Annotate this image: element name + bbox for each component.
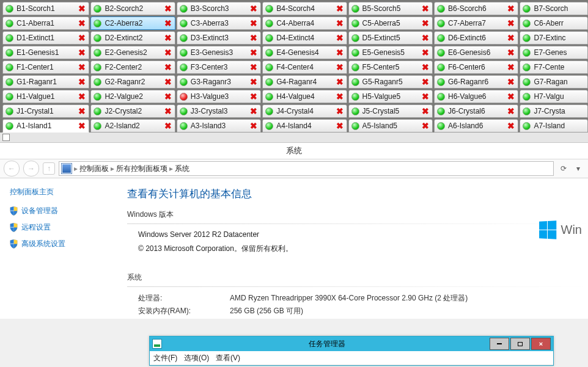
session-tab[interactable]: D1-Extinct1✖ bbox=[2, 31, 89, 45]
close-tab-icon[interactable]: ✖ bbox=[421, 34, 430, 42]
session-tab[interactable]: D3-Extinct3✖ bbox=[177, 31, 261, 45]
close-tab-icon[interactable]: ✖ bbox=[507, 4, 515, 13]
session-tab[interactable]: A1-Island1✖ bbox=[2, 119, 89, 133]
close-tab-icon[interactable]: ✖ bbox=[164, 122, 172, 130]
menu-file[interactable]: 文件(F) bbox=[153, 353, 177, 363]
close-tab-icon[interactable]: ✖ bbox=[336, 19, 344, 27]
close-tab-icon[interactable]: ✖ bbox=[336, 107, 344, 115]
session-tab[interactable]: C3-Aberra3✖ bbox=[177, 16, 261, 30]
sidebar-link[interactable]: 远程设置 bbox=[10, 222, 112, 233]
session-tab[interactable]: A7-Island bbox=[520, 119, 588, 133]
session-tab[interactable]: F1-Center1✖ bbox=[2, 60, 89, 74]
task-manager-titlebar[interactable]: 任务管理器 × bbox=[150, 336, 553, 351]
close-tab-icon[interactable]: ✖ bbox=[421, 48, 430, 57]
close-tab-icon[interactable]: ✖ bbox=[421, 107, 430, 115]
close-tab-icon[interactable]: ✖ bbox=[78, 48, 86, 57]
task-manager-window[interactable]: 任务管理器 × 文件(F) 选项(O) 查看(V) bbox=[149, 336, 554, 366]
session-tab[interactable]: D2-Extinct2✖ bbox=[90, 31, 175, 45]
close-tab-icon[interactable]: ✖ bbox=[336, 48, 344, 57]
close-tab-icon[interactable]: ✖ bbox=[421, 4, 430, 13]
close-tab-icon[interactable]: ✖ bbox=[421, 63, 430, 71]
session-tab[interactable]: H5-Valgue5✖ bbox=[348, 90, 433, 103]
session-tab[interactable]: D5-Extinct5✖ bbox=[348, 31, 433, 45]
nav-back-button[interactable]: ← bbox=[4, 161, 20, 176]
close-tab-icon[interactable]: ✖ bbox=[507, 107, 515, 115]
breadcrumb-1[interactable]: 所有控制面板项 bbox=[116, 164, 167, 174]
session-tab[interactable]: B4-Scorch4✖ bbox=[262, 2, 347, 15]
session-tab[interactable]: F6-Center6✖ bbox=[434, 60, 518, 74]
maximize-button[interactable] bbox=[510, 338, 530, 350]
nav-up-button[interactable]: ↑ bbox=[43, 162, 55, 175]
breadcrumb-0[interactable]: 控制面板 bbox=[79, 164, 109, 174]
sidebar-link[interactable]: 设备管理器 bbox=[10, 206, 112, 216]
session-tab[interactable]: C1-Aberra1✖ bbox=[2, 16, 89, 30]
close-tab-icon[interactable]: ✖ bbox=[507, 92, 515, 101]
session-tab[interactable]: H3-Valgue3✖ bbox=[177, 90, 261, 103]
refresh-icon[interactable]: ⟳ bbox=[557, 162, 570, 175]
session-tab[interactable]: J6-Crystal6✖ bbox=[434, 104, 518, 118]
session-tab[interactable]: A4-Island4✖ bbox=[262, 119, 347, 133]
close-tab-icon[interactable]: ✖ bbox=[507, 78, 515, 86]
session-tab[interactable]: C6-Aberr bbox=[520, 16, 588, 30]
session-tab[interactable]: A2-Island2✖ bbox=[90, 119, 175, 133]
close-tab-icon[interactable]: ✖ bbox=[164, 34, 172, 42]
close-tab-icon[interactable]: ✖ bbox=[164, 19, 172, 27]
close-tab-icon[interactable]: ✖ bbox=[78, 122, 86, 130]
session-tab[interactable]: B1-Scorch1✖ bbox=[2, 2, 89, 15]
session-tab[interactable]: F4-Center4✖ bbox=[262, 60, 347, 74]
close-tab-icon[interactable]: ✖ bbox=[336, 63, 344, 71]
close-tab-icon[interactable]: ✖ bbox=[507, 122, 515, 130]
close-tab-icon[interactable]: ✖ bbox=[421, 78, 430, 86]
session-tab[interactable]: E5-Genesis5✖ bbox=[348, 46, 433, 59]
close-tab-icon[interactable]: ✖ bbox=[421, 122, 430, 130]
close-tab-icon[interactable]: ✖ bbox=[249, 48, 258, 57]
close-tab-icon[interactable]: ✖ bbox=[164, 92, 172, 101]
close-tab-icon[interactable]: ✖ bbox=[78, 78, 86, 86]
menu-options[interactable]: 选项(O) bbox=[184, 353, 209, 363]
session-tab[interactable]: E3-Genesis3✖ bbox=[177, 46, 261, 59]
close-tab-icon[interactable]: ✖ bbox=[249, 34, 258, 42]
session-tab[interactable]: C5-Aberra5✖ bbox=[348, 16, 433, 30]
session-tab[interactable]: A6-Island6✖ bbox=[434, 119, 518, 133]
close-tab-icon[interactable]: ✖ bbox=[249, 4, 258, 13]
session-tab[interactable]: C4-Aberra4✖ bbox=[262, 16, 347, 30]
session-tab[interactable]: E2-Genesis2✖ bbox=[90, 46, 175, 59]
menu-view[interactable]: 查看(V) bbox=[216, 353, 240, 363]
session-tab[interactable]: J4-Crystal4✖ bbox=[262, 104, 347, 118]
session-tab[interactable]: D4-Extinct4✖ bbox=[262, 31, 347, 45]
session-tab[interactable]: B7-Scorch bbox=[520, 2, 588, 15]
session-tab[interactable]: H6-Valgue6✖ bbox=[434, 90, 518, 103]
close-tab-icon[interactable]: ✖ bbox=[249, 19, 258, 27]
session-tab[interactable]: H2-Valgue2✖ bbox=[90, 90, 175, 103]
close-tab-icon[interactable]: ✖ bbox=[78, 107, 86, 115]
close-tab-icon[interactable]: ✖ bbox=[336, 78, 344, 86]
session-tab[interactable]: D6-Extinct6✖ bbox=[434, 31, 518, 45]
sidebar-heading[interactable]: 控制面板主页 bbox=[10, 187, 112, 197]
session-tab[interactable]: J3-Crystal3✖ bbox=[177, 104, 261, 118]
close-tab-icon[interactable]: ✖ bbox=[249, 107, 258, 115]
session-tab[interactable]: J5-Crystal5✖ bbox=[348, 104, 433, 118]
session-tab[interactable]: B6-Scorch6✖ bbox=[434, 2, 518, 15]
session-tab[interactable]: C2-Aberra2✖ bbox=[90, 16, 175, 30]
close-tab-icon[interactable]: ✖ bbox=[78, 19, 86, 27]
session-tab[interactable]: J1-Crystal1✖ bbox=[2, 104, 89, 118]
nav-forward-button[interactable]: → bbox=[23, 161, 39, 176]
session-tab[interactable]: D7-Extinc bbox=[520, 31, 588, 45]
close-tab-icon[interactable]: ✖ bbox=[249, 92, 258, 101]
close-button[interactable]: × bbox=[531, 338, 551, 350]
close-tab-icon[interactable]: ✖ bbox=[164, 4, 172, 13]
session-tab[interactable]: F5-Center5✖ bbox=[348, 60, 433, 74]
close-tab-icon[interactable]: ✖ bbox=[164, 78, 172, 86]
close-tab-icon[interactable]: ✖ bbox=[507, 48, 515, 57]
session-tab[interactable]: E1-Genesis1✖ bbox=[2, 46, 89, 59]
session-tab[interactable]: G4-Raganr4✖ bbox=[262, 75, 347, 89]
address-bar[interactable]: ▸ 控制面板 ▸ 所有控制面板项 ▸ 系统 bbox=[59, 161, 554, 176]
session-tab[interactable]: E7-Genes bbox=[520, 46, 588, 59]
session-tab[interactable]: H1-Valgue1✖ bbox=[2, 90, 89, 103]
session-tab[interactable]: C7-Aberra7✖ bbox=[434, 16, 518, 30]
search-dropdown-icon[interactable]: ▾ bbox=[572, 162, 584, 175]
session-tab[interactable]: E6-Genesis6✖ bbox=[434, 46, 518, 59]
session-tab[interactable]: F3-Center3✖ bbox=[177, 60, 261, 74]
close-tab-icon[interactable]: ✖ bbox=[507, 19, 515, 27]
session-tab[interactable]: F2-Center2✖ bbox=[90, 60, 175, 74]
